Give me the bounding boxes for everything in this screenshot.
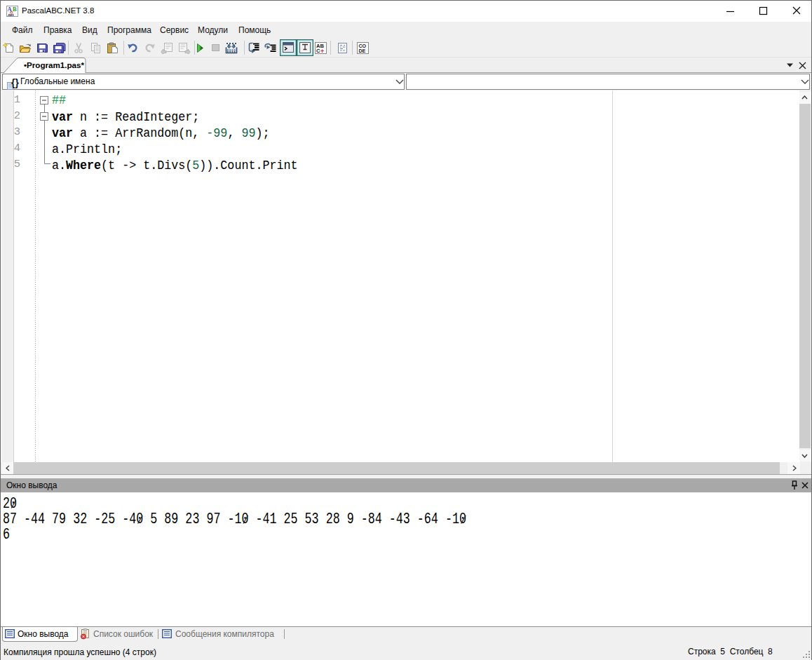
svg-text:+: + (320, 48, 324, 55)
svg-text:CO: CO (358, 43, 366, 48)
svg-text:{}: {} (11, 77, 19, 88)
svg-text:.net: .net (7, 13, 14, 17)
svg-text:B: B (13, 6, 17, 13)
svg-text:DE: DE (358, 48, 365, 53)
